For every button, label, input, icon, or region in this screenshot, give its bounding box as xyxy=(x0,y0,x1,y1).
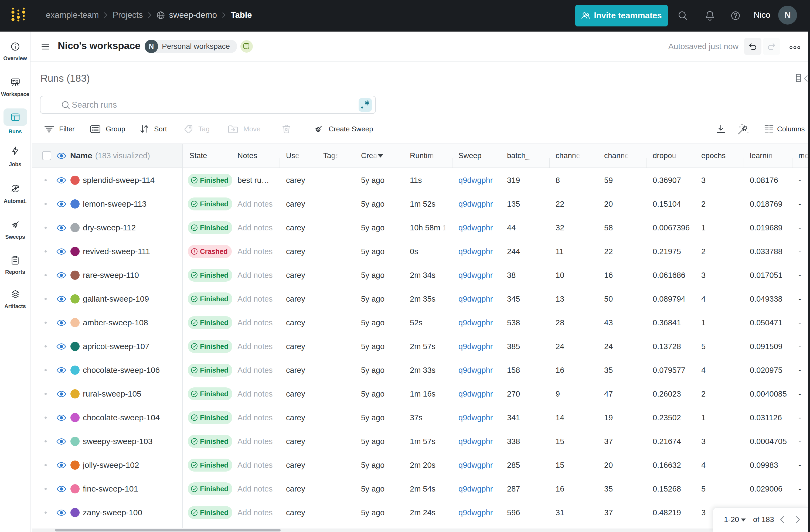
table-row[interactable]: sweepy-sweep-103 Finished Add notes care… xyxy=(32,430,808,453)
create-sweep-button[interactable]: Create Sweep xyxy=(314,122,373,136)
scrollbar-thumb[interactable] xyxy=(55,529,281,531)
run-name-link[interactable]: apricot-sweep-107 xyxy=(83,335,149,358)
previous-page-button[interactable] xyxy=(780,516,784,523)
column-header-dropou[interactable]: dropou xyxy=(653,144,679,167)
visibility-eye-icon[interactable] xyxy=(56,296,66,302)
column-header-channe[interactable]: channe xyxy=(555,144,581,167)
run-name-link[interactable]: chocolate-sweep-106 xyxy=(83,358,160,382)
sweep-link[interactable]: q9dwgphr xyxy=(458,168,493,192)
run-name-link[interactable]: chocolate-sweep-104 xyxy=(83,406,160,430)
visibility-eye-icon[interactable] xyxy=(56,343,66,350)
visibility-eye-icon[interactable] xyxy=(56,225,66,231)
drag-handle-dot[interactable] xyxy=(45,322,47,324)
table-row[interactable]: revived-sweep-111 Crashed Add notes care… xyxy=(32,240,808,263)
notes-cell[interactable]: Add notes xyxy=(238,216,273,240)
sweep-link[interactable]: q9dwgphr xyxy=(458,240,493,263)
drag-handle-dot[interactable] xyxy=(45,227,47,229)
search-runs-input[interactable] xyxy=(72,96,339,113)
undo-button[interactable] xyxy=(744,38,761,55)
workspace-title[interactable]: Nico's workspace xyxy=(58,40,140,51)
run-name-link[interactable]: lemon-sweep-113 xyxy=(83,192,146,216)
table-row[interactable]: rare-sweep-110 Finished Add notes carey … xyxy=(32,263,808,287)
run-name-link[interactable]: zany-sweep-100 xyxy=(83,501,142,525)
sweep-link[interactable]: q9dwgphr xyxy=(458,192,493,216)
sweep-link[interactable]: q9dwgphr xyxy=(458,216,493,240)
drag-handle-dot[interactable] xyxy=(45,179,47,181)
visibility-eye-icon[interactable] xyxy=(56,201,66,207)
visibility-eye-icon[interactable] xyxy=(56,320,66,326)
magic-wand-button[interactable] xyxy=(737,122,749,136)
drag-handle-dot[interactable] xyxy=(45,251,47,253)
sweep-link[interactable]: q9dwgphr xyxy=(458,453,493,477)
user-avatar[interactable]: N xyxy=(778,6,797,25)
visibility-eye-icon[interactable] xyxy=(56,486,66,492)
select-all-checkbox[interactable] xyxy=(42,151,51,160)
drag-handle-dot[interactable] xyxy=(45,488,47,490)
run-name-link[interactable]: rare-sweep-110 xyxy=(83,263,139,287)
column-header-batch_[interactable]: batch_ xyxy=(507,144,532,167)
sweep-link[interactable]: q9dwgphr xyxy=(458,263,493,287)
page-range-select[interactable]: 1-20 xyxy=(724,508,739,531)
notes-cell[interactable]: Add notes xyxy=(238,287,273,311)
table-row[interactable]: dry-sweep-112 Finished Add notes carey 5… xyxy=(32,216,808,240)
sweep-link[interactable]: q9dwgphr xyxy=(458,501,493,525)
visibility-eye-icon[interactable] xyxy=(56,177,66,183)
columns-button[interactable]: Columns xyxy=(764,122,805,136)
notes-cell[interactable]: Add notes xyxy=(238,263,273,287)
breadcrumb-project[interactable]: sweep-demo xyxy=(169,10,217,20)
column-header-sweep[interactable]: Sweep xyxy=(458,144,502,167)
notes-cell[interactable]: Add notes xyxy=(238,382,273,406)
visibility-eye-icon[interactable] xyxy=(56,391,66,397)
notes-cell[interactable]: Add notes xyxy=(238,192,273,216)
wandb-logo[interactable] xyxy=(11,7,26,22)
column-header-use[interactable]: Use xyxy=(286,144,302,167)
table-panel-icon[interactable] xyxy=(796,74,801,82)
workspace-menu-icon[interactable] xyxy=(42,44,49,50)
column-header-crea[interactable]: Crea xyxy=(361,144,379,167)
visibility-eye-icon[interactable] xyxy=(56,510,66,516)
drag-handle-dot[interactable] xyxy=(45,512,47,514)
column-header-state[interactable]: State xyxy=(190,144,232,167)
table-row[interactable]: amber-sweep-108 Finished Add notes carey… xyxy=(32,311,808,335)
group-button[interactable]: Group xyxy=(90,122,125,136)
table-row[interactable]: apricot-sweep-107 Finished Add notes car… xyxy=(32,335,808,358)
quick-add-panel-button[interactable] xyxy=(240,40,253,53)
redo-button[interactable] xyxy=(763,38,780,55)
collapsed-right-panel-edge[interactable] xyxy=(808,32,810,532)
table-row[interactable]: gallant-sweep-109 Finished Add notes car… xyxy=(32,287,808,311)
expand-panel-chevron-icon[interactable] xyxy=(804,75,808,82)
visibility-eye-icon[interactable] xyxy=(56,438,66,445)
sort-button[interactable]: Sort xyxy=(140,122,167,136)
visibility-eye-icon[interactable] xyxy=(56,153,66,159)
export-button[interactable] xyxy=(716,122,725,136)
drag-handle-dot[interactable] xyxy=(45,345,47,348)
drag-handle-dot[interactable] xyxy=(45,298,47,300)
sort-descending-caret-icon[interactable] xyxy=(378,154,383,158)
drag-handle-dot[interactable] xyxy=(45,203,47,205)
column-header-learnin[interactable]: learnin xyxy=(750,144,776,167)
next-page-button[interactable] xyxy=(796,516,800,523)
column-header-runtim[interactable]: Runtim xyxy=(410,144,437,167)
sweep-link[interactable]: q9dwgphr xyxy=(458,335,493,358)
search-icon[interactable] xyxy=(678,10,688,21)
sweep-link[interactable]: q9dwgphr xyxy=(458,287,493,311)
run-name-link[interactable]: fine-sweep-101 xyxy=(83,477,138,501)
sweep-link[interactable]: q9dwgphr xyxy=(458,477,493,501)
notes-cell[interactable]: Add notes xyxy=(238,240,273,263)
filter-button[interactable]: Filter xyxy=(45,122,75,136)
run-name-link[interactable]: gallant-sweep-109 xyxy=(83,287,149,311)
drag-handle-dot[interactable] xyxy=(45,464,47,466)
visibility-eye-icon[interactable] xyxy=(56,462,66,468)
run-name-link[interactable]: splendid-sweep-114 xyxy=(83,168,155,192)
run-name-link[interactable]: dry-sweep-112 xyxy=(83,216,136,240)
column-header-epochs[interactable]: epochs xyxy=(701,144,731,167)
sweep-link[interactable]: q9dwgphr xyxy=(458,382,493,406)
run-name-link[interactable]: amber-sweep-108 xyxy=(83,311,148,335)
notes-cell[interactable]: Add notes xyxy=(238,453,273,477)
notes-cell[interactable]: Add notes xyxy=(238,406,273,430)
table-row[interactable]: jolly-sweep-102 Finished Add notes carey… xyxy=(32,453,808,477)
table-row[interactable]: lemon-sweep-113 Finished Add notes carey… xyxy=(32,192,808,216)
visibility-eye-icon[interactable] xyxy=(56,415,66,421)
notes-cell[interactable]: Add notes xyxy=(238,501,273,525)
visibility-eye-icon[interactable] xyxy=(56,367,66,373)
